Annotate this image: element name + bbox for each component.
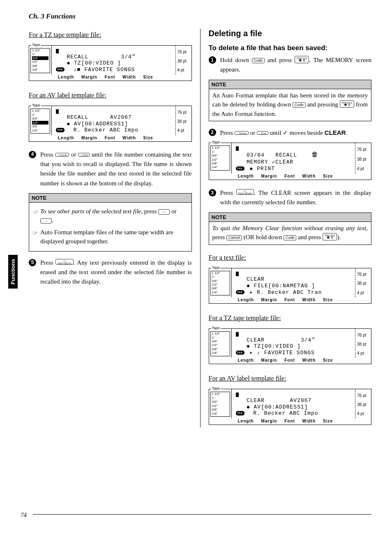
pt-size: 38 pt: [355, 281, 371, 286]
lcd-text: TZ[00:VIDEO ]: [250, 343, 301, 349]
pt-size: 38 pt: [176, 59, 191, 63]
lcd-left-av: Tape 1 1/2" 1" 3/4" 1/2" 3/8" 1/4" RECAL: [29, 106, 192, 141]
tip-text: press: [144, 208, 157, 215]
step3-text: Press: [220, 189, 233, 196]
tip-text: Auto Format template files of the same t…: [40, 228, 188, 246]
pt-size: 76 pt: [355, 272, 371, 277]
code-key: Code: [252, 58, 265, 63]
lcd-right-av: Tape 1 1/2" 1" 3/4" 1/2" 3/8" 1/4" CLEAR: [209, 389, 372, 425]
side-tab: Functions: [8, 255, 18, 289]
tip-text: or: [171, 208, 177, 215]
tape-size: 1/2": [212, 343, 228, 347]
tape-size: 1/4": [32, 68, 48, 72]
tape-label: Tape: [31, 43, 41, 47]
pt-size: 76 pt: [355, 147, 371, 152]
pt-size: 4 pt: [355, 166, 371, 171]
lcd-text-file: Tape 1 1/2" 1" 3/4" 1/2" 3/8" 1/4" CLEAR: [209, 268, 372, 304]
down-end-key: ↓ End: [78, 153, 90, 157]
ins-badge: Ins: [236, 411, 244, 415]
lcd-text: 03/04: [247, 152, 265, 158]
check-icon: ✓: [283, 129, 288, 136]
note-heading: NOTE: [29, 194, 191, 203]
lcd-text: 3/4❞: [121, 54, 135, 60]
ins-badge: Ins: [56, 128, 65, 132]
pt-size: 4 pt: [355, 411, 371, 416]
note2-text: To quit the Memory Clear function withou…: [212, 225, 368, 231]
tape-size: 1 1/2": [32, 109, 48, 113]
pt-size: 76 pt: [355, 393, 371, 398]
step2-text: moves beside: [290, 129, 323, 136]
tape-size: 3/4": [32, 117, 48, 120]
step2-text: Press: [220, 129, 233, 136]
section-title: Deleting a file: [209, 29, 372, 38]
tape-size: 3/4": [32, 56, 48, 60]
lcd-text: RECALL: [275, 152, 297, 158]
tape-size: 3/8": [212, 162, 228, 165]
tape-label: Tape: [211, 265, 221, 270]
tape-size: 1 1/2": [212, 332, 228, 335]
step-marker-4: 4: [29, 151, 36, 158]
note2-text: (OR hold down: [244, 234, 282, 240]
tape-size: 1/4": [212, 351, 228, 355]
lcd-bottom-labels: Length Margin Font Width Size: [209, 418, 371, 425]
lcd-text: AV[00:ADDRESS1]: [250, 404, 308, 410]
step1-text: and press: [267, 57, 292, 63]
chapter-heading: Ch. 3 Functions: [29, 12, 371, 21]
lcd-text: RECALL: [67, 54, 88, 60]
tape-size: 1 1/2": [212, 271, 228, 275]
pt-size: 76 pt: [355, 333, 371, 337]
tape-size: 1": [32, 113, 48, 117]
lcd-text: FAVORITE SONGS: [261, 350, 315, 356]
lcd-text: R. Becker ABC Impo: [74, 127, 138, 133]
note-heading: NOTE: [209, 80, 371, 89]
lcd-left-tz: Tape 1 1/2" 1" 3/4" 1/2" 3/8" 1/4" RECAL: [29, 45, 192, 81]
tape-size: 3/4": [212, 279, 228, 283]
lcd-right-tz: Tape 1 1/2" 1" 3/4" 1/2" 3/8" 1/4" CLEAR: [209, 328, 372, 364]
tape-size: 1 1/2": [32, 48, 48, 52]
tape-size: 3/8": [212, 347, 228, 351]
tape-size: 1/2": [32, 60, 48, 64]
up-home-key: ↑ Home: [55, 153, 69, 157]
lcd-text: CLEAR: [247, 397, 265, 404]
tape-size: 1/4": [32, 129, 48, 132]
lcd-text: 3/4❞: [301, 337, 315, 343]
tape-size: 3/8": [212, 286, 228, 290]
tip-text: To see other parts of the selected text …: [40, 208, 143, 215]
step-marker-1: 1: [209, 56, 216, 64]
pointer-icon: ☞: [32, 208, 38, 217]
step-marker-3: 3: [209, 189, 216, 196]
note-box: NOTE To quit the Memory Clear function w…: [209, 212, 372, 245]
tape-size: 3/8": [32, 64, 48, 68]
tape-size: 3/8": [212, 408, 228, 411]
ins-badge: Ins: [236, 351, 244, 355]
note-heading: NOTE: [209, 213, 371, 222]
tape-size: 1/4": [212, 412, 228, 416]
pt-size: 38 pt: [355, 402, 371, 407]
memory-key: Memory✱ 8: [340, 100, 354, 108]
pt-size: 4 pt: [355, 351, 371, 355]
step2-text: until: [270, 129, 281, 136]
tape-label: Tape: [31, 103, 41, 107]
text-file-title: For a text file:: [209, 254, 246, 261]
lcd-text: PRINT: [253, 166, 275, 172]
lcd-text: TZ[00:VIDEO ]: [70, 60, 121, 66]
tape-size: 1/4": [212, 165, 228, 169]
lcd-text: CLEAR: [247, 337, 265, 343]
lcd-text: AV2067: [290, 397, 312, 404]
lcd-text: MEMORY ✓CLEAR: [247, 159, 293, 165]
code-key: Code: [293, 102, 306, 108]
lcd-text: FAVORITE SONGS: [81, 67, 135, 73]
tape-size: 1": [212, 150, 228, 154]
ins-badge: Ins: [236, 166, 244, 171]
tape-label: Tape: [211, 386, 221, 390]
subsection-title: To delete a file that has been saved:: [209, 44, 372, 52]
tape-label: Tape: [211, 326, 221, 330]
left-tz-title: For a TZ tape template file:: [29, 31, 101, 39]
tape-size: 1": [212, 275, 228, 279]
note-box: NOTE ☞ To see other parts of the selecte…: [29, 193, 192, 252]
tape-size: 1/2": [212, 283, 228, 286]
note2-text: ).: [337, 234, 341, 240]
lcd-text: R. Becker ABC Impo: [253, 410, 318, 416]
page-number: 74: [21, 512, 27, 519]
note2-text: press: [212, 234, 225, 240]
